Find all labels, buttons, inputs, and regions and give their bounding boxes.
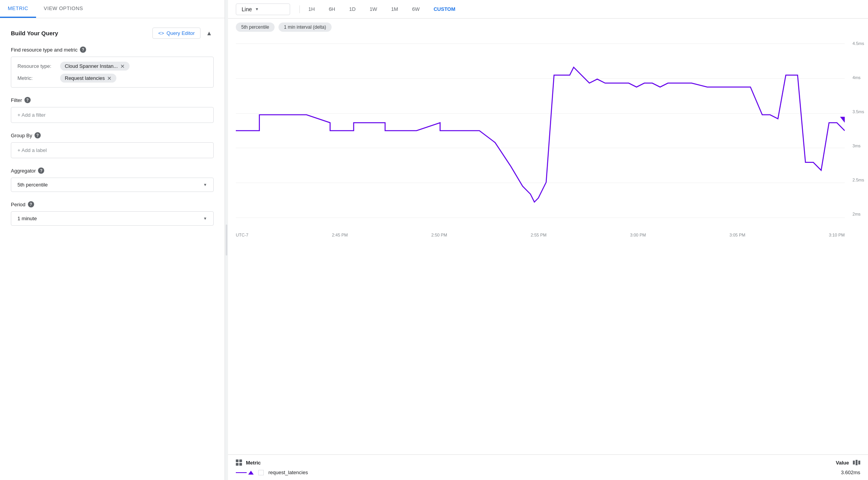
legend-header-left: Metric [236, 459, 261, 466]
time-btn-1w[interactable]: 1W [363, 3, 384, 15]
legend-checkbox[interactable] [258, 470, 264, 475]
toolbar-divider [299, 5, 300, 13]
svg-marker-0 [840, 117, 845, 123]
x-axis: UTC-7 2:45 PM 2:50 PM 2:55 PM 3:00 PM 3:… [236, 233, 845, 237]
find-resource-help-icon[interactable]: ? [80, 47, 86, 53]
aggregator-section: Aggregator ? 5th percentile ▼ [11, 167, 214, 192]
col-bar-1 [853, 461, 855, 464]
legend-value: 3.602ms [841, 470, 860, 475]
scrollbar-thumb [226, 224, 227, 256]
interval-chip[interactable]: 1 min interval (delta) [278, 22, 332, 32]
chart-toolbar: Line ▼ 1H 6H 1D 1W 1M 6W CUSTOM [228, 0, 868, 19]
aggregator-arrow-icon: ▼ [203, 183, 207, 187]
group-by-section: Group By ? + Add a label [11, 132, 214, 158]
time-btn-1h[interactable]: 1H [301, 3, 322, 15]
filter-help-icon[interactable]: ? [24, 97, 31, 103]
time-btn-1d[interactable]: 1D [342, 3, 363, 15]
period-select[interactable]: 1 minute ▼ [11, 211, 214, 226]
period-label: Period ? [11, 201, 214, 207]
metric-row: Metric: Request latencies ✕ [17, 74, 207, 83]
grid-cell-4 [239, 463, 242, 466]
percentile-chip[interactable]: 5th percentile [236, 22, 275, 32]
period-arrow-icon: ▼ [203, 216, 207, 221]
find-resource-section: Find resource type and metric ? Resource… [11, 47, 214, 88]
y-axis: 4.5ms 4ms 3.5ms 3ms 2.5ms 2ms [852, 40, 864, 218]
collapse-button[interactable]: ▲ [204, 28, 214, 38]
chart-area: 4.5ms 4ms 3.5ms 3ms 2.5ms 2ms [228, 36, 868, 454]
grid-cell-2 [239, 459, 242, 462]
left-panel: METRIC VIEW OPTIONS Build Your Query <> … [0, 0, 225, 480]
legend-metric-header: Metric [246, 460, 261, 466]
legend-header-right: Value [836, 460, 860, 466]
resource-box: Resource type: Cloud Spanner Instan... ✕… [11, 57, 214, 88]
legend-metric-name: request_latencies [268, 470, 836, 475]
right-panel: Line ▼ 1H 6H 1D 1W 1M 6W CUSTOM 5th perc… [228, 0, 868, 480]
time-btn-custom[interactable]: CUSTOM [427, 3, 462, 15]
build-query-title: Build Your Query [11, 30, 58, 36]
legend-header: Metric Value [236, 459, 860, 466]
chart-type-arrow-icon: ▼ [255, 7, 259, 11]
scrollbar[interactable] [225, 0, 228, 480]
aggregator-select[interactable]: 5th percentile ▼ [11, 178, 214, 192]
resource-type-close[interactable]: ✕ [120, 64, 125, 69]
chart-type-select[interactable]: Line ▼ [236, 3, 290, 15]
tab-view-options[interactable]: VIEW OPTIONS [36, 0, 91, 18]
period-section: Period ? 1 minute ▼ [11, 201, 214, 226]
legend-grid-icon [236, 459, 242, 466]
chart-svg [236, 43, 845, 218]
legend-triangle-icon [248, 471, 254, 475]
legend-line [236, 472, 247, 473]
metric-chip[interactable]: Request latencies ✕ [60, 74, 116, 83]
aggregator-help-icon[interactable]: ? [38, 167, 44, 174]
filter-chips-bar: 5th percentile 1 min interval (delta) [228, 19, 868, 36]
filter-section: Filter ? + Add a filter [11, 97, 214, 123]
aggregator-label: Aggregator ? [11, 167, 214, 174]
time-btn-1m[interactable]: 1M [384, 3, 405, 15]
code-icon: <> [158, 30, 164, 36]
columns-icon[interactable] [853, 460, 860, 465]
time-btn-6w[interactable]: 6W [405, 3, 427, 15]
period-help-icon[interactable]: ? [28, 201, 34, 207]
filter-label: Filter ? [11, 97, 214, 103]
metric-close[interactable]: ✕ [107, 76, 112, 81]
resource-type-label: Resource type: [17, 63, 56, 69]
panel-content: Build Your Query <> Query Editor ▲ Find … [0, 18, 225, 480]
grid-cell-1 [236, 459, 239, 462]
tabs-bar: METRIC VIEW OPTIONS [0, 0, 225, 18]
find-resource-label: Find resource type and metric ? [11, 47, 214, 53]
grid-cell-3 [236, 463, 239, 466]
filter-input[interactable]: + Add a filter [11, 107, 214, 123]
chart-container: 4.5ms 4ms 3.5ms 3ms 2.5ms 2ms [228, 40, 868, 241]
time-range-buttons: 1H 6H 1D 1W 1M 6W CUSTOM [298, 3, 462, 15]
legend-area: Metric Value request_la [228, 454, 868, 480]
query-editor-button[interactable]: <> Query Editor [152, 28, 201, 39]
metric-label: Metric: [17, 75, 56, 81]
col-bar-3 [858, 461, 860, 464]
group-by-help-icon[interactable]: ? [35, 132, 41, 138]
group-by-input[interactable]: + Add a label [11, 142, 214, 158]
tab-metric[interactable]: METRIC [0, 0, 36, 18]
col-bar-2 [856, 460, 858, 465]
legend-value-header: Value [836, 460, 849, 466]
resource-type-row: Resource type: Cloud Spanner Instan... ✕ [17, 62, 207, 71]
resource-type-chip[interactable]: Cloud Spanner Instan... ✕ [60, 62, 130, 71]
time-btn-6h[interactable]: 6H [322, 3, 342, 15]
group-by-label: Group By ? [11, 132, 214, 138]
legend-row: request_latencies 3.602ms [236, 470, 860, 475]
legend-line-icon [236, 471, 254, 475]
build-query-header: Build Your Query <> Query Editor ▲ [11, 28, 214, 39]
